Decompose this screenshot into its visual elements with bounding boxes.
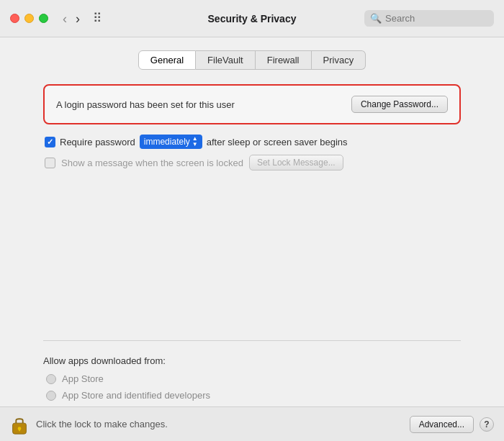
app-store-identified-label: App Store and identified developers [62, 390, 210, 401]
minimize-button[interactable] [24, 14, 34, 23]
titlebar: ‹ › ⠿ Security & Privacy 🔍 [0, 0, 504, 37]
allow-apps-title: Allow apps downloaded from: [43, 355, 461, 366]
main-content: General FileVault Firewall Privacy A log… [0, 37, 504, 406]
search-input[interactable] [385, 13, 488, 24]
tab-bar: General FileVault Firewall Privacy [138, 50, 366, 70]
app-store-identified-radio[interactable] [46, 391, 56, 401]
back-button[interactable]: ‹ [60, 11, 70, 27]
window-title: Security & Privacy [208, 13, 297, 24]
lock-icon [10, 414, 29, 435]
tab-privacy[interactable]: Privacy [312, 50, 366, 70]
require-password-label: Require password [60, 137, 135, 147]
traffic-lights [10, 14, 48, 23]
dropdown-value: immediately [144, 137, 190, 147]
show-message-row: Show a message when the screen is locked… [43, 155, 461, 171]
allow-apps-section: Allow apps downloaded from: App Store Ap… [43, 340, 461, 406]
require-password-checkbox[interactable] [45, 137, 55, 147]
password-info-text: A login password has been set for this u… [56, 99, 235, 110]
set-lock-message-button[interactable]: Set Lock Message... [249, 155, 343, 171]
tab-filevault[interactable]: FileVault [196, 50, 256, 70]
app-store-radio-row[interactable]: App Store [43, 373, 461, 384]
tab-firewall[interactable]: Firewall [256, 50, 312, 70]
change-password-button[interactable]: Change Password... [351, 96, 448, 113]
immediately-dropdown[interactable]: immediately ▲ ▼ [140, 135, 202, 149]
advanced-button[interactable]: Advanced... [410, 416, 474, 433]
show-message-checkbox[interactable] [45, 158, 55, 168]
search-icon: 🔍 [370, 13, 382, 24]
forward-button[interactable]: › [73, 11, 83, 27]
password-section: A login password has been set for this u… [43, 84, 461, 124]
lock-label: Click the lock to make changes. [36, 419, 410, 429]
svg-rect-2 [19, 428, 20, 431]
grid-icon[interactable]: ⠿ [93, 11, 102, 26]
app-store-identified-radio-row[interactable]: App Store and identified developers [43, 390, 461, 401]
app-store-label: App Store [62, 373, 104, 384]
show-message-label: Show a message when the screen is locked [61, 158, 243, 168]
stepper-arrows-icon: ▲ ▼ [192, 136, 198, 147]
app-store-radio[interactable] [46, 374, 56, 384]
after-sleep-text: after sleep or screen saver begins [207, 137, 348, 147]
require-password-row: Require password immediately ▲ ▼ after s… [43, 135, 461, 149]
help-button[interactable]: ? [480, 417, 494, 432]
nav-buttons: ‹ › [60, 11, 83, 27]
tab-general[interactable]: General [138, 50, 196, 70]
bottombar: Click the lock to make changes. Advanced… [0, 406, 504, 441]
search-box[interactable]: 🔍 [364, 10, 494, 27]
close-button[interactable] [10, 14, 19, 23]
maximize-button[interactable] [39, 14, 48, 23]
